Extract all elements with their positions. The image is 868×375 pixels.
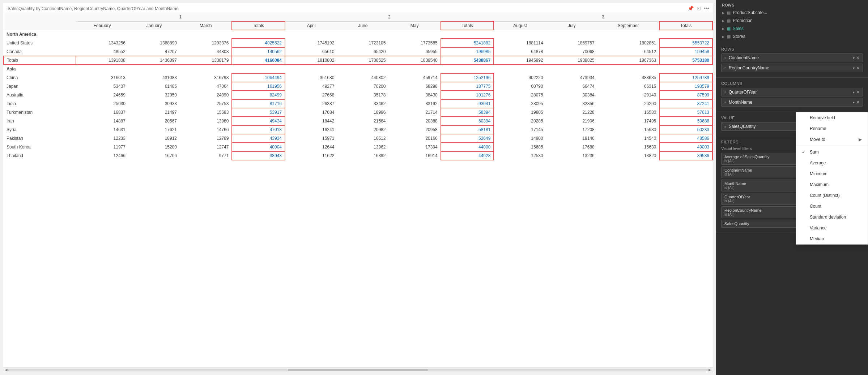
section-asia: Asia: [4, 65, 712, 73]
col-q3-totals: Totals: [659, 21, 712, 30]
menu-label: Maximum: [810, 182, 829, 187]
menu-label: Sum: [810, 150, 819, 155]
chevron-down-icon[interactable]: ▾: [853, 100, 855, 104]
tree-item-promotion[interactable]: ▶ ▦ Promotion: [721, 17, 863, 25]
col-q1-totals: Totals: [232, 21, 285, 30]
col-august: August: [494, 21, 546, 30]
rows-label: Rows: [721, 47, 863, 51]
menu-item-median[interactable]: Median: [796, 233, 868, 244]
tree-label-sales: Sales: [733, 26, 744, 31]
more-icon[interactable]: •••: [704, 5, 709, 11]
field-month-name[interactable]: ≡ MonthName ▾ ✕: [721, 98, 863, 107]
field-name-quarter: QuarterOfYear: [729, 90, 757, 95]
chevron-down-icon[interactable]: ▾: [853, 66, 855, 70]
col-q2-totals: Totals: [441, 21, 494, 30]
tree-label-product: ProductSubcate...: [733, 10, 767, 15]
scroll-left-icon[interactable]: ◀: [5, 368, 8, 372]
value-section: Value ≡ SalesQuantity ▾ ✕ Remove field R…: [716, 112, 868, 136]
fields-tree-section: Rows ▶ ▦ ProductSubcate... ▶ ▦ Promotion…: [716, 0, 868, 43]
close-icon[interactable]: ✕: [856, 65, 860, 70]
scroll-track[interactable]: [8, 369, 709, 371]
horizontal-scrollbar[interactable]: ◀ ▶: [3, 367, 713, 372]
menu-item-sum[interactable]: ✓ Sum: [796, 147, 868, 158]
scroll-right-icon[interactable]: ▶: [709, 368, 711, 372]
matrix-table: 1 2 3 February January March Totals Apri…: [3, 13, 713, 160]
table-icon: ▦: [727, 34, 731, 39]
tree-item-product-subcat[interactable]: ▶ ▦ ProductSubcate...: [721, 9, 863, 17]
table-row: India 25030 30933 25753 81716 26387 3346…: [4, 99, 712, 108]
table-row: Syria 14631 17621 14766 47018 16241 2098…: [4, 125, 712, 134]
menu-divider: [796, 146, 868, 146]
tree-arrow-icon: ▶: [722, 19, 725, 23]
col-july: July: [546, 21, 597, 30]
tree-label-stores: Stores: [733, 34, 745, 39]
menu-label: Count: [810, 204, 821, 209]
field-quarter-of-year[interactable]: ≡ QuarterOfYear ▾ ✕: [721, 88, 863, 96]
quarter-2-header: 2: [285, 13, 494, 21]
col-may: May: [388, 21, 441, 30]
menu-label: Minimum: [810, 171, 827, 176]
drag-icon: ≡: [724, 100, 727, 104]
expand-icon[interactable]: ⊡: [697, 5, 701, 11]
field-region-country[interactable]: ≡ RegionCountryName ▾ ✕: [721, 64, 863, 72]
matrix-scroll-area[interactable]: 1 2 3 February January March Totals Apri…: [3, 13, 713, 367]
menu-label: Rename: [810, 126, 826, 131]
menu-item-average[interactable]: Average: [796, 158, 868, 168]
tree-item-rows: Rows: [721, 1, 863, 9]
menu-label: Median: [810, 236, 824, 241]
close-icon[interactable]: ✕: [856, 100, 860, 105]
table-icon: ▦: [727, 18, 731, 23]
drag-icon: ≡: [724, 90, 727, 94]
menu-item-move-to[interactable]: Move to ▶: [796, 134, 868, 145]
menu-item-maximum[interactable]: Maximum: [796, 179, 868, 190]
submenu-arrow-icon: ▶: [859, 137, 862, 142]
menu-item-variance[interactable]: Variance: [796, 223, 868, 233]
field-name-region: RegionCountryName: [729, 65, 769, 70]
menu-item-std-dev[interactable]: Standard deviation: [796, 212, 868, 223]
matrix-title: SalesQuantity by ContinentName, RegionCo…: [3, 3, 713, 13]
table-row: Turkmenistan 16837 21497 15583 53917 176…: [4, 108, 712, 117]
row-label: United States: [4, 39, 76, 47]
right-panel: Rows ▶ ▦ ProductSubcate... ▶ ▦ Promotion…: [716, 0, 868, 375]
columns-label: Columns: [721, 81, 863, 86]
table-icon: ▦: [727, 26, 731, 31]
field-name-month: MonthName: [729, 100, 752, 105]
quarter-3-header: 3: [494, 13, 712, 21]
menu-label: Variance: [810, 225, 826, 230]
menu-item-count-distinct[interactable]: Count (Distinct): [796, 190, 868, 201]
table-row: South Korea 11977 15280 12747 40004 1264…: [4, 143, 712, 151]
tree-arrow-icon: ▶: [722, 27, 725, 31]
chevron-down-icon[interactable]: ▾: [853, 56, 855, 60]
context-menu: Remove field Rename Move to ▶ ✓ Sum Aver…: [796, 112, 868, 245]
col-september: September: [597, 21, 660, 30]
menu-item-rename[interactable]: Rename: [796, 123, 868, 134]
pin-icon[interactable]: 📌: [688, 5, 694, 11]
table-row: Australia 24659 32950 24890 82499 27668 …: [4, 91, 712, 99]
rows-label-text: Rows: [722, 3, 734, 7]
menu-label: Remove field: [810, 115, 835, 120]
scroll-thumb[interactable]: [288, 369, 428, 371]
tree-item-sales[interactable]: ▶ ▦ Sales: [721, 25, 863, 33]
table-row: Thailand 12466 16706 9771 38943 11622 16…: [4, 151, 712, 160]
field-name-continent: ContinentName: [729, 55, 759, 60]
chevron-down-icon[interactable]: ▾: [853, 90, 855, 94]
table-row: Japan 53407 61485 47064 161956 49277 702…: [4, 82, 712, 91]
col-february: February: [76, 21, 128, 30]
close-icon[interactable]: ✕: [856, 55, 860, 60]
table-icon: ▦: [727, 10, 731, 15]
tree-arrow-icon: ▶: [722, 35, 725, 39]
quarter-1-header: 1: [76, 13, 285, 21]
matrix-panel: SalesQuantity by ContinentName, RegionCo…: [3, 3, 713, 372]
tree-arrow-icon: ▶: [722, 11, 725, 15]
field-continent-name[interactable]: ≡ ContinentName ▾ ✕: [721, 53, 863, 62]
table-row: Pakistan 12233 18912 12789 43934 15971 1…: [4, 134, 712, 143]
tree-item-stores[interactable]: ▶ ▦ Stores: [721, 33, 863, 40]
col-april: April: [285, 21, 337, 30]
drag-icon: ≡: [724, 125, 727, 129]
menu-item-count[interactable]: Count: [796, 201, 868, 212]
section-north-america: North America: [4, 30, 712, 39]
menu-item-remove-field[interactable]: Remove field: [796, 112, 868, 123]
menu-label: Standard deviation: [810, 215, 846, 220]
close-icon[interactable]: ✕: [856, 90, 860, 95]
menu-item-minimum[interactable]: Minimum: [796, 168, 868, 179]
